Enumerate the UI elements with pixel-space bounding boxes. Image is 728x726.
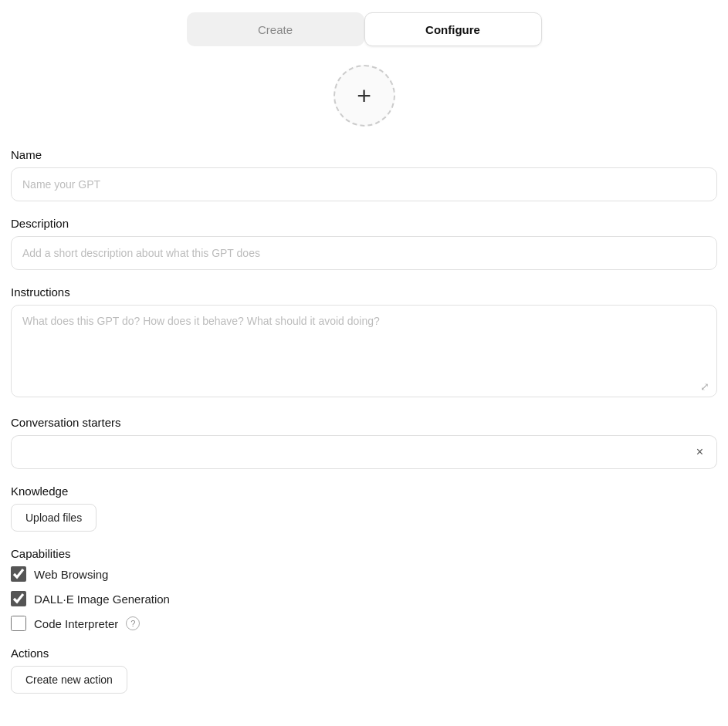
web-browsing-checkbox[interactable] (11, 566, 26, 582)
name-label: Name (11, 148, 717, 161)
starter-input[interactable] (11, 435, 683, 469)
tab-create[interactable]: Create (187, 12, 364, 46)
conversation-starters-label: Conversation starters (11, 416, 717, 429)
code-interpreter-help-icon[interactable]: ? (126, 616, 140, 630)
capabilities-section: Capabilities Web Browsing DALL·E Image G… (11, 547, 717, 631)
expand-icon[interactable]: ⤢ (700, 380, 709, 393)
knowledge-section: Knowledge Upload files (11, 485, 717, 532)
upload-files-button[interactable]: Upload files (11, 504, 97, 532)
avatar-upload-area: + (11, 65, 717, 127)
capability-item-web-browsing: Web Browsing (11, 566, 717, 582)
knowledge-label: Knowledge (11, 485, 717, 498)
conversation-starters-section: Conversation starters × (11, 416, 717, 469)
code-interpreter-label: Code Interpreter (34, 617, 118, 630)
instructions-wrapper: ⤢ (11, 305, 717, 400)
code-interpreter-checkbox[interactable] (11, 616, 26, 631)
tab-bar: Create Configure (11, 12, 717, 46)
capability-item-code-interpreter: Code Interpreter ? (11, 616, 717, 631)
create-new-action-button[interactable]: Create new action (11, 666, 127, 694)
tab-create-label: Create (258, 23, 293, 36)
instructions-section: Instructions ⤢ (11, 285, 717, 400)
actions-section: Actions Create new action (11, 647, 717, 694)
instructions-textarea[interactable] (11, 305, 717, 397)
description-label: Description (11, 217, 717, 230)
avatar-circle[interactable]: + (334, 65, 395, 127)
description-input[interactable] (11, 236, 717, 270)
upload-files-label: Upload files (25, 512, 82, 524)
create-action-label: Create new action (25, 674, 113, 686)
capability-item-dalle: DALL·E Image Generation (11, 591, 717, 606)
clear-icon: × (696, 445, 703, 459)
instructions-label: Instructions (11, 285, 717, 299)
dalle-label: DALL·E Image Generation (34, 593, 170, 606)
capabilities-label: Capabilities (11, 547, 717, 560)
starter-row: × (11, 435, 717, 469)
tab-configure-label: Configure (425, 23, 480, 36)
avatar-plus-icon: + (357, 83, 371, 108)
actions-label: Actions (11, 647, 717, 660)
tab-configure[interactable]: Configure (364, 12, 542, 46)
help-icon-label: ? (130, 619, 135, 628)
description-section: Description (11, 217, 717, 270)
starter-clear-button[interactable]: × (683, 435, 717, 469)
dalle-checkbox[interactable] (11, 591, 26, 606)
name-input[interactable] (11, 167, 717, 201)
name-section: Name (11, 148, 717, 201)
web-browsing-label: Web Browsing (34, 568, 108, 581)
